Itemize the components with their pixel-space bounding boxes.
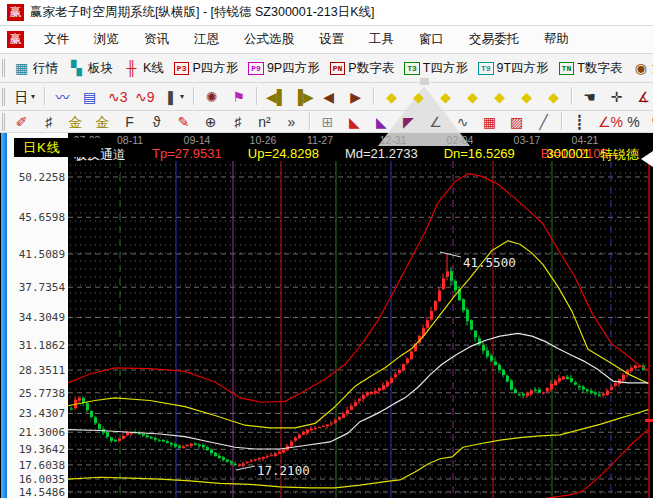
t-number-table-button[interactable]: TNT数字表 bbox=[555, 58, 627, 79]
diamond-up-button-icon: ◆ bbox=[464, 89, 481, 105]
fibonacci-button-icon: F bbox=[121, 114, 138, 130]
gold-ratio-button[interactable]: 金 bbox=[63, 112, 88, 132]
red-grid-button[interactable]: ▦ bbox=[477, 112, 502, 132]
crosshair-button[interactable]: ✛ bbox=[604, 87, 629, 107]
diamond-star-button[interactable]: ◆ bbox=[514, 87, 539, 107]
sectors-button[interactable]: ▚板块 bbox=[64, 58, 117, 79]
wave-dots-button[interactable]: ∿ bbox=[450, 112, 475, 132]
diamond-cross-button[interactable]: ◆ bbox=[541, 87, 566, 107]
first-bar-button-icon: ◀▌ bbox=[266, 89, 283, 105]
angle-lines-button[interactable]: ∠ bbox=[423, 112, 448, 132]
angle-measure-button[interactable]: ∡ bbox=[631, 87, 653, 107]
x-axis-date-label: 11-27 bbox=[307, 134, 333, 146]
diamond-collapse-button[interactable]: ◆ bbox=[487, 87, 512, 107]
report-icon-icon: ▤ bbox=[81, 89, 98, 105]
diamond-left-button-icon: ◆ bbox=[383, 89, 400, 105]
x-axis-date-label: 02-04 bbox=[447, 134, 474, 146]
wave9-icon[interactable]: ∿9 bbox=[131, 87, 156, 107]
menu-news[interactable]: 资讯 bbox=[130, 31, 180, 48]
indicator-tp-value: Tp=27.9531 bbox=[152, 146, 222, 162]
percent-button[interactable]: % bbox=[621, 112, 646, 132]
menu-trade-entrust[interactable]: 交易委托 bbox=[455, 31, 530, 48]
fibonacci-button[interactable]: F bbox=[117, 112, 142, 132]
last-bar-button[interactable]: ▐▶ bbox=[289, 87, 314, 107]
gann-wheel-button[interactable]: ◉江恩 bbox=[628, 58, 653, 79]
menu-settings[interactable]: 设置 bbox=[305, 31, 355, 48]
y-axis-tick-label: 16.0035 bbox=[19, 473, 65, 486]
dropdown-arrow-icon: ▾ bbox=[31, 92, 35, 101]
fan-box-button[interactable]: ◤ bbox=[396, 112, 421, 132]
diamond-left-button[interactable]: ◆ bbox=[379, 87, 404, 107]
quotes-button-icon: ▦ bbox=[13, 60, 30, 76]
speed-fan-red-button[interactable]: ◣ bbox=[342, 112, 367, 132]
next-bar-button[interactable]: ▶ bbox=[343, 87, 368, 107]
angle-percent-button-icon: ∠% bbox=[598, 114, 615, 130]
percent-lines-button[interactable]: %≡ bbox=[648, 112, 653, 132]
kline-tab[interactable]: 日K线 bbox=[14, 138, 100, 157]
speed-fan-purple-button[interactable]: ◣ bbox=[369, 112, 394, 132]
menu-gann[interactable]: 江恩 bbox=[180, 31, 230, 48]
hand-drag-button[interactable]: ☚ bbox=[577, 87, 602, 107]
grid-lines-button[interactable]: ♯ bbox=[36, 112, 61, 132]
tangle-icon[interactable]: 〰 bbox=[50, 87, 75, 107]
y-axis-tick-label: 50.2258 bbox=[19, 171, 65, 184]
menu-window[interactable]: 窗口 bbox=[405, 31, 455, 48]
menu-browse-label: 浏览 bbox=[94, 32, 119, 46]
t-square-button-icon: T3 bbox=[404, 62, 420, 75]
nine-p-square-button[interactable]: P99P四方形 bbox=[244, 58, 323, 79]
app-logo-icon: 赢 bbox=[7, 4, 24, 21]
nine-t-square-button[interactable]: T99T四方形 bbox=[474, 58, 553, 79]
burst-icon[interactable]: ✺ bbox=[199, 87, 224, 107]
toolbar-separator bbox=[571, 87, 572, 105]
first-bar-button[interactable]: ◀▌ bbox=[262, 87, 287, 107]
ruler-button[interactable]: ┋ bbox=[567, 112, 592, 132]
chart-right-border bbox=[641, 151, 653, 498]
tick-grid-button[interactable]: ♯ bbox=[225, 112, 250, 132]
menu-tools[interactable]: 工具 bbox=[355, 31, 405, 48]
gold-section-button-icon: 金 bbox=[94, 114, 111, 130]
diamond-right-button[interactable]: ◆ bbox=[406, 87, 431, 107]
quotes-button[interactable]: ▦行情 bbox=[9, 58, 62, 79]
report-icon[interactable]: ▤ bbox=[77, 87, 102, 107]
prev-bar-button[interactable]: ◀ bbox=[316, 87, 341, 107]
menu-formula-stockpick[interactable]: 公式选股 bbox=[230, 31, 305, 48]
period-combo[interactable]: 日▾ bbox=[9, 87, 39, 107]
p-square-button[interactable]: P3P四方形 bbox=[170, 58, 242, 79]
menu-browse[interactable]: 浏览 bbox=[80, 31, 130, 48]
flag-icon[interactable]: ⚑ bbox=[226, 87, 251, 107]
box-grid-button[interactable]: ⊞ bbox=[315, 112, 340, 132]
angle-percent-button[interactable]: ∠% bbox=[594, 112, 619, 132]
menu-file[interactable]: 文件 bbox=[30, 31, 80, 48]
wave3-icon[interactable]: ∿3 bbox=[104, 87, 129, 107]
t-square-button[interactable]: T3T四方形 bbox=[400, 58, 472, 79]
red-grid-arrow-button[interactable]: ▨ bbox=[504, 112, 529, 132]
last-bar-button-icon: ▐▶ bbox=[293, 89, 310, 105]
x-axis-date-label: 08-11 bbox=[117, 134, 143, 146]
brush-button[interactable]: ✐ bbox=[9, 112, 34, 132]
quotes-button-label: 行情 bbox=[33, 60, 58, 77]
n-squared-button[interactable]: n² bbox=[252, 112, 277, 132]
candlestick-plot[interactable]: 41.550017.2100 bbox=[68, 133, 653, 498]
diamond-down-button[interactable]: ◆ bbox=[433, 87, 458, 107]
kline-chart-window: 50.225845.659841.508937.735434.304931.18… bbox=[0, 133, 653, 498]
angle-lines-button-icon: ∠ bbox=[427, 114, 444, 130]
x-axis-date-label: 09-14 bbox=[184, 134, 211, 146]
cycle-circle-button[interactable]: ⊕ bbox=[198, 112, 223, 132]
p-number-table-button-icon: PN bbox=[330, 62, 346, 75]
drawing-toolbar: ✐♯金金Fϑ✎⊕♯n²»⊞◣◣◤∠∿▦▨╱┋∠%%%≡金金≡⊡ bbox=[0, 111, 653, 133]
angle-measure-button-icon: ∡ bbox=[635, 89, 652, 105]
diamond-up-button[interactable]: ◆ bbox=[460, 87, 485, 107]
parallel-lines-button[interactable]: ╱ bbox=[531, 112, 556, 132]
candle-style-combo[interactable]: ❚▾ bbox=[158, 87, 188, 107]
p-number-table-button[interactable]: PNP数字表 bbox=[326, 58, 398, 79]
more-chevron-button[interactable]: » bbox=[279, 112, 304, 132]
kline-button[interactable]: ╫K线 bbox=[119, 58, 168, 79]
menu-help[interactable]: 帮助 bbox=[530, 31, 580, 48]
nine-t-square-button-label: 9T四方形 bbox=[497, 60, 549, 77]
pen-ruler-button[interactable]: ✎ bbox=[171, 112, 196, 132]
gold-section-button[interactable]: 金 bbox=[90, 112, 115, 132]
spiral-button[interactable]: ϑ bbox=[144, 112, 169, 132]
channel-line-tp bbox=[68, 174, 649, 403]
t-number-table-button-label: T数字表 bbox=[577, 60, 622, 77]
toolbar-grip bbox=[2, 113, 5, 131]
